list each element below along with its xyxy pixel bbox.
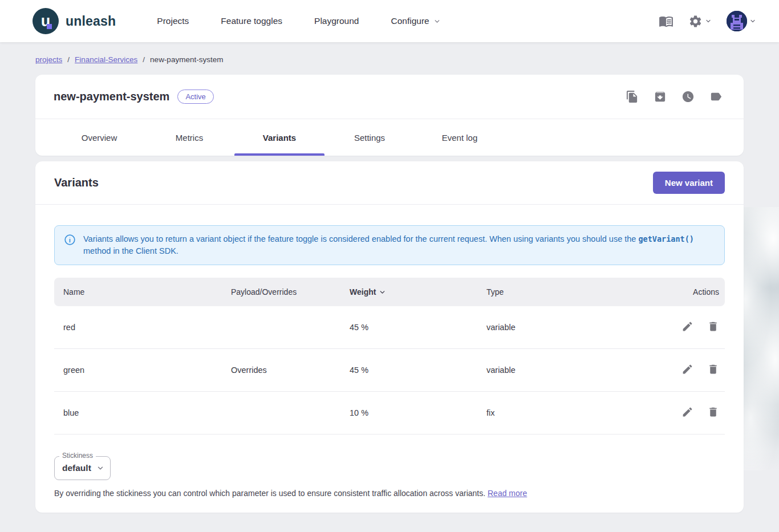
navbar-right [659,11,756,31]
variant-type: variable [486,323,656,332]
breadcrumb-separator: / [67,55,70,64]
feature-actions [626,90,723,103]
col-header-name: Name [54,287,231,297]
status-badge: Active [177,90,213,104]
delete-trash-icon[interactable] [707,363,719,377]
edit-pencil-icon[interactable] [681,320,693,334]
variant-payload: Overrides [231,366,350,375]
col-header-type: Type [486,287,656,297]
variant-weight: 45 % [350,366,486,375]
variant-name: red [54,323,231,332]
stickiness-label: Stickiness [59,452,96,460]
alert-text: Variants allows you to return a variant … [83,233,715,257]
tag-icon[interactable] [709,90,723,103]
tab-settings[interactable]: Settings [324,119,415,156]
table-row-green: green Overrides 45 % variable [54,349,725,392]
read-more-link[interactable]: Read more [488,489,527,498]
breadcrumb-project-name[interactable]: Financial-Services [75,55,137,64]
chevron-down-icon [433,18,441,25]
variants-info-alert: Variants allows you to return a variant … [54,225,725,265]
variant-weight: 45 % [350,323,486,332]
panel-title: Variants [54,176,99,189]
breadcrumb: projects / Financial-Services / new-paym… [35,55,779,64]
code-get-variant: getVariant() [638,234,694,243]
stickiness-value: default [62,463,91,473]
tab-metrics[interactable]: Metrics [144,119,234,156]
breadcrumb-separator: / [143,55,145,64]
settings-gear-button[interactable] [688,14,712,29]
tab-variants[interactable]: Variants [234,119,324,156]
table-header-row: Name Payload/Overrides Weight Type Actio… [54,278,725,306]
chevron-down-icon [96,464,104,472]
sort-chevron-down-icon [379,289,386,296]
table-row-blue: blue 10 % fix [54,392,725,434]
archive-icon[interactable] [654,90,667,103]
chevron-down-icon [705,18,712,25]
user-avatar [727,11,747,31]
stickiness-field: Stickiness default [54,456,111,480]
col-header-payload: Payload/Overrides [231,287,350,297]
nav-feature-toggles[interactable]: Feature toggles [221,16,282,26]
feature-header-card: new-payment-system Active Overview Metri… [35,75,744,156]
feature-title: new-payment-system [54,90,169,103]
variant-type: fix [486,408,656,417]
variant-name: blue [54,408,231,417]
variant-name: green [54,366,231,375]
feature-tabs: Overview Metrics Variants Settings Event… [35,119,744,156]
brand-name: unleash [66,14,116,29]
variants-table: Name Payload/Overrides Weight Type Actio… [54,278,725,434]
edit-pencil-icon[interactable] [681,363,693,377]
gear-icon [688,14,703,29]
col-header-weight-sort[interactable]: Weight [350,287,486,297]
user-menu[interactable] [727,11,756,31]
copy-icon[interactable] [626,90,639,103]
new-variant-button[interactable]: New variant [653,172,725,194]
variants-panel: Variants New variant Variants allows you… [35,161,744,513]
delete-trash-icon[interactable] [707,320,719,334]
unleash-logo-icon: u [33,8,59,34]
top-navbar: u unleash Projects Feature toggles Playg… [0,0,779,42]
unleash-logo[interactable]: u unleash [33,8,116,34]
breadcrumb-current: new-payment-system [150,55,223,64]
col-header-actions: Actions [656,287,725,297]
table-row-red: red 45 % variable [54,306,725,349]
variant-type: variable [486,366,656,375]
main-nav: Projects Feature toggles Playground Conf… [157,16,440,26]
tab-event-log[interactable]: Event log [415,119,505,156]
stickiness-select[interactable]: default [54,456,111,480]
tab-overview[interactable]: Overview [54,119,144,156]
nav-playground[interactable]: Playground [314,16,359,26]
docs-book-icon[interactable] [659,14,673,29]
info-icon [64,234,76,246]
delete-trash-icon[interactable] [707,406,719,420]
nav-projects[interactable]: Projects [157,16,189,26]
stickiness-description: By overriding the stickiness you can con… [54,489,725,498]
breadcrumb-projects[interactable]: projects [35,55,62,64]
variant-weight: 10 % [350,408,486,417]
nav-configure[interactable]: Configure [391,16,440,26]
history-clock-icon[interactable] [681,90,695,103]
chevron-down-icon [749,18,756,25]
edit-pencil-icon[interactable] [681,406,693,420]
